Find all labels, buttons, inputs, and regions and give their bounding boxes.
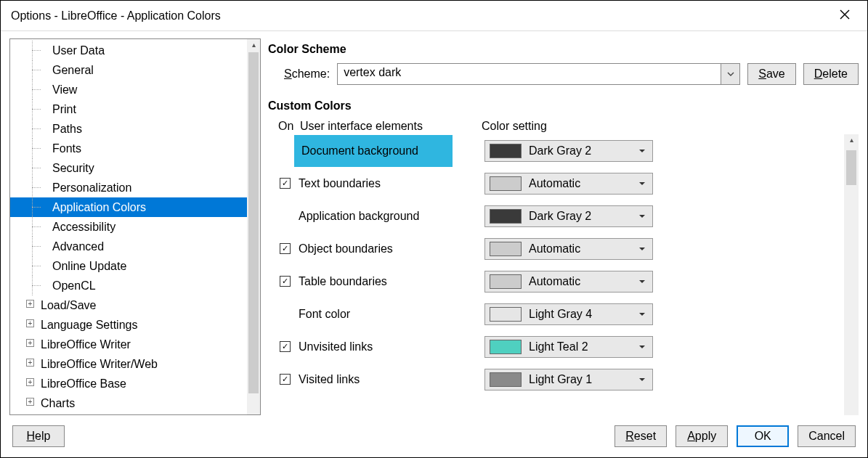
expand-icon[interactable]: + xyxy=(26,319,34,327)
tree-item[interactable]: +Load/Save xyxy=(10,295,260,315)
close-button[interactable] xyxy=(832,5,857,26)
reset-button[interactable]: Reset xyxy=(615,425,667,447)
color-picker[interactable]: Dark Gray 2 xyxy=(484,205,653,227)
color-picker[interactable]: Automatic xyxy=(484,271,653,293)
color-dropdown-button[interactable] xyxy=(632,279,652,285)
ok-button[interactable]: OK xyxy=(737,425,789,447)
color-picker[interactable]: Automatic xyxy=(484,238,653,260)
expand-icon[interactable]: + xyxy=(26,359,34,367)
colors-scrollbar[interactable]: ▴ xyxy=(844,134,859,415)
help-button[interactable]: Help xyxy=(12,425,65,447)
color-row: Application backgroundDark Gray 2 xyxy=(268,200,843,232)
color-picker[interactable]: Light Teal 2 xyxy=(484,336,653,358)
color-dropdown-button[interactable] xyxy=(632,311,652,317)
tree-item-label: Load/Save xyxy=(41,299,97,311)
tree-item[interactable]: +LibreOffice Base xyxy=(10,374,260,393)
color-dropdown-button[interactable] xyxy=(632,148,652,154)
tree-item[interactable]: Paths xyxy=(10,119,260,139)
settings-panel: Color Scheme Scheme: vertex dark Save De… xyxy=(268,38,859,415)
expand-icon[interactable]: + xyxy=(26,398,34,406)
color-dropdown-button[interactable] xyxy=(632,181,652,187)
apply-button[interactable]: Apply xyxy=(676,425,728,447)
color-swatch xyxy=(490,307,522,322)
checkbox[interactable]: ✓ xyxy=(280,276,291,287)
color-row: ✓Unvisited linksLight Teal 2 xyxy=(268,330,843,363)
window-title: Options - LibreOffice - Application Colo… xyxy=(11,9,832,23)
color-name: Dark Gray 2 xyxy=(526,144,632,158)
colors-header: On User interface elements Color setting xyxy=(278,120,859,133)
tree-item[interactable]: View xyxy=(10,80,260,99)
tree-item[interactable]: General xyxy=(10,60,260,80)
scrollbar-thumb[interactable] xyxy=(846,150,856,185)
color-dropdown-button[interactable] xyxy=(632,246,652,252)
expand-icon[interactable]: + xyxy=(26,339,34,347)
scrollbar-thumb[interactable] xyxy=(248,52,259,393)
tree-item[interactable]: Print xyxy=(10,99,260,119)
color-picker[interactable]: Light Gray 1 xyxy=(484,369,653,390)
tree-item-label: Paths xyxy=(52,123,82,135)
tree-item[interactable]: Advanced xyxy=(10,237,260,256)
color-swatch xyxy=(490,274,522,289)
header-color-setting: Color setting xyxy=(482,120,547,133)
tree-item-label: Charts xyxy=(41,397,75,409)
scheme-dropdown-button[interactable] xyxy=(721,64,739,84)
color-picker[interactable]: Automatic xyxy=(484,173,653,195)
tree-item[interactable]: Fonts xyxy=(10,139,260,158)
tree-item-label: Language Settings xyxy=(41,319,137,331)
color-name: Automatic xyxy=(526,177,632,190)
color-row-label: Unvisited links xyxy=(299,340,484,353)
color-row: Font colorLight Gray 4 xyxy=(268,298,843,330)
checkbox[interactable]: ✓ xyxy=(280,243,291,254)
color-row: ✓Text boundariesAutomatic xyxy=(268,167,843,200)
chevron-down-icon xyxy=(727,72,734,76)
tree-item[interactable]: +LibreOffice Writer xyxy=(10,335,260,354)
tree-item[interactable]: OpenCL xyxy=(10,276,260,295)
color-picker[interactable]: Light Gray 4 xyxy=(484,303,653,325)
color-row-label: Text boundaries xyxy=(299,177,484,190)
tree-item[interactable]: User Data xyxy=(10,41,260,60)
expand-icon[interactable]: + xyxy=(26,378,34,386)
tree-item-label: Advanced xyxy=(52,240,104,253)
color-row-label: Font color xyxy=(299,308,484,321)
tree-item-label: Print xyxy=(52,103,76,115)
tree-item[interactable]: +Charts xyxy=(10,393,260,413)
tree-item[interactable]: Online Update xyxy=(10,256,260,276)
expand-icon[interactable]: + xyxy=(26,300,34,308)
checkbox[interactable]: ✓ xyxy=(280,374,291,385)
save-button[interactable]: Save xyxy=(747,63,795,85)
scheme-combobox[interactable]: vertex dark xyxy=(337,63,740,85)
dialog-buttons: Help Reset Apply OK Cancel xyxy=(1,415,867,457)
checkbox[interactable]: ✓ xyxy=(280,341,291,352)
color-row-label: Table boundaries xyxy=(299,275,484,288)
tree-item[interactable]: Personalization xyxy=(10,178,260,197)
color-swatch xyxy=(490,372,522,387)
tree-item-label: OpenCL xyxy=(52,279,96,292)
delete-button[interactable]: Delete xyxy=(803,63,859,85)
tree-item[interactable]: +LibreOffice Writer/Web xyxy=(10,354,260,374)
color-name: Dark Gray 2 xyxy=(526,210,632,223)
color-row: ✓Visited linksLight Gray 1 xyxy=(268,363,843,396)
checkbox[interactable]: ✓ xyxy=(280,178,291,189)
tree-item-label: Security xyxy=(52,162,94,174)
scroll-up-icon: ▴ xyxy=(247,41,260,49)
tree-item-label: Personalization xyxy=(52,181,131,194)
color-swatch xyxy=(490,209,522,224)
options-tree[interactable]: User DataGeneralViewPrintPathsFontsSecur… xyxy=(9,38,261,415)
color-picker[interactable]: Dark Gray 2 xyxy=(484,140,653,162)
scheme-value[interactable]: vertex dark xyxy=(338,64,721,84)
tree-item-label: Accessibility xyxy=(52,221,115,233)
color-dropdown-button[interactable] xyxy=(632,377,652,383)
tree-item-label: LibreOffice Base xyxy=(41,377,126,390)
tree-item[interactable]: Security xyxy=(10,158,260,178)
color-name: Light Gray 4 xyxy=(526,308,632,321)
cancel-button[interactable]: Cancel xyxy=(798,425,856,447)
content-area: User DataGeneralViewPrintPathsFontsSecur… xyxy=(1,31,867,415)
tree-item-label: LibreOffice Writer/Web xyxy=(41,358,158,370)
color-dropdown-button[interactable] xyxy=(632,344,652,350)
color-dropdown-button[interactable] xyxy=(632,213,652,219)
tree-item[interactable]: +Language Settings xyxy=(10,315,260,335)
tree-item[interactable]: Application Colors xyxy=(10,197,260,217)
tree-item[interactable]: Accessibility xyxy=(10,217,260,237)
tree-scrollbar[interactable]: ▴ xyxy=(247,39,260,414)
color-row-label: Application background xyxy=(299,210,484,223)
